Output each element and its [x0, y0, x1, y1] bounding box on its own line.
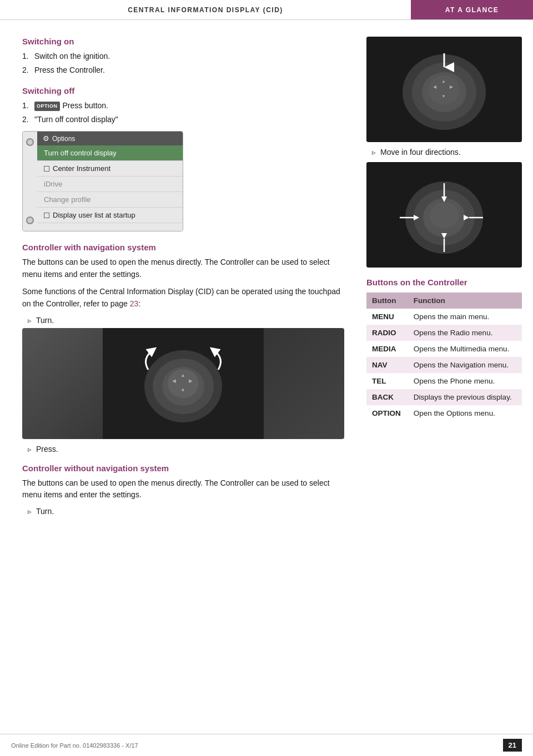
svg-text:▲: ▲: [441, 79, 446, 84]
table-row: RADIOOpens the Radio menu.: [366, 325, 522, 341]
list-item: 2.Press the Controller.: [22, 64, 344, 76]
svg-text:▼: ▼: [180, 387, 185, 393]
svg-text:◀: ◀: [433, 84, 437, 89]
options-menu-header: ⚙ Options: [37, 132, 183, 145]
arrow-icon: ▹: [372, 148, 376, 157]
options-menu-item-selected: Turn off control display: [37, 145, 183, 161]
buttons-title: Buttons on the Controller: [366, 278, 522, 287]
table-row: NAVOpens the Navigation menu.: [366, 357, 522, 373]
arrow-icon: ▹: [28, 316, 32, 325]
svg-text:▼: ▼: [441, 94, 446, 99]
list-item: 1.Switch on the ignition.: [22, 51, 344, 62]
circle-top: [26, 138, 34, 146]
arrow-icon: ▹: [28, 445, 32, 453]
page-header: CENTRAL INFORMATION DISPLAY (CID) AT A G…: [0, 0, 533, 20]
options-menu-item: Center Instrument: [37, 161, 183, 177]
arrow-turn: ▹ Turn.: [28, 316, 344, 325]
table-header-button: Button: [366, 293, 408, 309]
table-row: BACKDisplays the previous display.: [366, 389, 522, 405]
table-cell-button: MEDIA: [366, 341, 408, 357]
table-row: MEDIAOpens the Multimedia menu.: [366, 341, 522, 357]
controller-no-nav-body: The buttons can be used to open the menu…: [22, 477, 344, 501]
switching-off-title: Switching off: [22, 86, 344, 95]
controller-arrows-image: [366, 162, 522, 268]
header-left-title: CENTRAL INFORMATION DISPLAY (CID): [0, 0, 411, 19]
svg-text:▲: ▲: [180, 372, 185, 378]
controller-top-image: ◀ ▶ ▲ ▼: [366, 37, 522, 142]
table-row: MENUOpens the main menu.: [366, 309, 522, 325]
page-footer: Online Edition for Part no. 01402983336 …: [0, 734, 533, 756]
controller-turn-image: ◀ ▶ ▲ ▼: [22, 328, 344, 439]
table-cell-button: BACK: [366, 389, 408, 405]
switching-on-title: Switching on: [22, 37, 344, 46]
switching-on-list: 1.Switch on the ignition. 2.Press the Co…: [22, 51, 344, 76]
arrow-move: ▹ Move in four directions.: [372, 148, 522, 157]
arrow-press: ▹ Press.: [28, 445, 344, 453]
table-row: TELOpens the Phone menu.: [366, 373, 522, 389]
controller-nav-body2: Some functions of the Central Informatio…: [22, 286, 344, 310]
table-cell-button: OPTION: [366, 405, 408, 421]
table-header-function: Function: [408, 293, 522, 309]
option-button-img: OPTION: [34, 102, 60, 112]
table-cell-function: Opens the Phone menu.: [408, 373, 522, 389]
svg-text:▶: ▶: [450, 84, 454, 89]
table-cell-function: Opens the main menu.: [408, 309, 522, 325]
table-cell-function: Displays the previous display.: [408, 389, 522, 405]
arrow-icon: ▹: [28, 507, 32, 516]
left-column: Switching on 1.Switch on the ignition. 2…: [22, 37, 355, 519]
menu-side-circles: [23, 132, 37, 231]
switching-off-list: 1. OPTIONPress button. 2."Turn off contr…: [22, 100, 344, 125]
table-cell-function: Open the Options menu.: [408, 405, 522, 421]
options-menu-item: Display user list at startup: [37, 208, 183, 223]
page-link[interactable]: 23: [130, 299, 139, 308]
options-menu-screenshot: ⚙ Options Turn off control display Cente…: [22, 131, 183, 231]
gear-icon: ⚙: [43, 134, 49, 143]
main-content: Switching on 1.Switch on the ignition. 2…: [0, 20, 533, 530]
controller-nav-body1: The buttons can be used to open the menu…: [22, 256, 344, 280]
table-cell-function: Opens the Radio menu.: [408, 325, 522, 341]
header-right-title: AT A GLANCE: [411, 0, 533, 19]
table-cell-button: RADIO: [366, 325, 408, 341]
table-row: OPTIONOpen the Options menu.: [366, 405, 522, 421]
table-cell-button: TEL: [366, 373, 408, 389]
table-cell-function: Opens the Multimedia menu.: [408, 341, 522, 357]
svg-text:▶: ▶: [189, 378, 193, 384]
svg-text:◀: ◀: [172, 378, 176, 384]
controller-nav-title: Controller with navigation system: [22, 243, 344, 252]
table-header-row: Button Function: [366, 293, 522, 309]
table-cell-button: NAV: [366, 357, 408, 373]
options-menu-item: Change profile: [37, 192, 183, 208]
buttons-table: Button Function MENUOpens the main menu.…: [366, 293, 522, 421]
circle-bottom: [26, 216, 34, 224]
svg-point-22: [430, 202, 459, 229]
options-menu-item: iDrive: [37, 177, 183, 192]
table-cell-function: Opens the Navigation menu.: [408, 357, 522, 373]
page-number: 21: [503, 739, 522, 752]
list-item: 2."Turn off control display": [22, 114, 344, 125]
list-item: 1. OPTIONPress button.: [22, 100, 344, 112]
arrow-turn2: ▹ Turn.: [28, 507, 344, 516]
checkbox-icon: [44, 166, 49, 172]
right-column: ◀ ▶ ▲ ▼ ▹ Move in four directions.: [366, 37, 522, 519]
checkbox-icon: [44, 213, 49, 218]
controller-no-nav-title: Controller without navigation system: [22, 463, 344, 473]
footer-text: Online Edition for Part no. 01402983336 …: [11, 742, 138, 749]
table-cell-button: MENU: [366, 309, 408, 325]
